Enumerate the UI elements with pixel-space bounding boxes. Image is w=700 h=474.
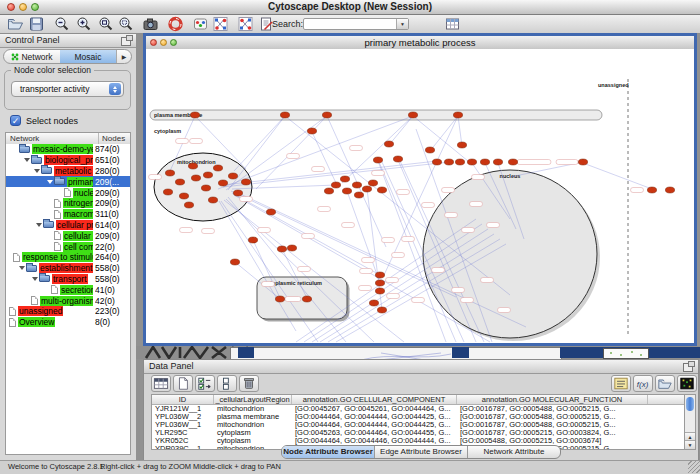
network-canvas[interactable]: plasma membranecytoplasmmitochondrionnuc… bbox=[146, 49, 694, 343]
tree-row-secretion[interactable]: secretion41(0) bbox=[6, 284, 130, 295]
window-close-button[interactable] bbox=[150, 39, 157, 46]
tree-row-cell-communicat[interactable]: cell communicat22(0) bbox=[6, 241, 130, 252]
graph-node[interactable] bbox=[362, 186, 371, 192]
scroll-down-icon[interactable]: ▼ bbox=[685, 440, 695, 449]
window-maximize-button[interactable] bbox=[170, 39, 177, 46]
search-dropdown-arrow-icon[interactable] bbox=[396, 19, 408, 29]
import-attributes-button[interactable] bbox=[655, 375, 675, 392]
graph-node[interactable] bbox=[201, 185, 210, 191]
tree-row-primary-metabo[interactable]: primary metabo209(... bbox=[6, 176, 130, 187]
tree-row-establishment-of-lo[interactable]: establishment of lo558(0) bbox=[6, 263, 130, 274]
expand-collapse-arrow-icon[interactable] bbox=[22, 158, 31, 162]
table-row[interactable]: YKR052Ccytoplasm[GO:0044464, GO:0044446,… bbox=[152, 437, 686, 445]
graph-node[interactable] bbox=[647, 187, 656, 193]
graph-node[interactable] bbox=[432, 159, 441, 165]
graph-node[interactable] bbox=[408, 112, 417, 118]
graph-node[interactable] bbox=[368, 180, 377, 186]
tree-row-overview[interactable]: Overview8(0) bbox=[6, 317, 130, 328]
import-table-button[interactable] bbox=[444, 16, 461, 32]
snapshot-camera-button[interactable] bbox=[142, 16, 159, 32]
expand-collapse-arrow-icon[interactable] bbox=[32, 169, 41, 173]
graph-node[interactable] bbox=[248, 237, 257, 243]
graph-node[interactable] bbox=[467, 159, 476, 165]
float-panel-icon[interactable] bbox=[683, 363, 693, 372]
graph-node[interactable] bbox=[455, 159, 464, 165]
expand-collapse-arrow-icon[interactable] bbox=[30, 277, 39, 281]
tree-row-nucleobase-[interactable]: nucleobase-209(0) bbox=[6, 187, 130, 198]
float-panel-icon[interactable] bbox=[121, 37, 131, 46]
graph-node[interactable] bbox=[266, 209, 275, 215]
tab-edge-attribute-browser[interactable]: Edge Attribute Browser bbox=[375, 446, 468, 458]
tree-row-transport[interactable]: transport558(0) bbox=[6, 274, 130, 285]
graph-node[interactable] bbox=[188, 163, 197, 169]
graph-node[interactable] bbox=[307, 128, 316, 134]
node-color-dropdown[interactable]: transporter activity bbox=[11, 81, 124, 97]
tree-row-unassigned[interactable]: unassigned223(0) bbox=[6, 306, 130, 317]
graph-node[interactable] bbox=[508, 159, 517, 165]
tree-row-cellular-metabol[interactable]: cellular metabol209(0) bbox=[6, 230, 130, 241]
tree-row-nitrogen-compo[interactable]: nitrogen compo209(0) bbox=[6, 198, 130, 209]
graph-node[interactable] bbox=[480, 159, 489, 165]
graph-node[interactable] bbox=[218, 180, 227, 186]
graph-node[interactable] bbox=[375, 288, 384, 294]
network-window-titlebar[interactable]: primary metabolic process bbox=[146, 36, 694, 50]
tree-row-biological-process[interactable]: biological_process651(0) bbox=[6, 155, 130, 166]
layout-nodes-a-button[interactable] bbox=[212, 16, 229, 32]
graph-node[interactable] bbox=[493, 159, 502, 165]
graph-node[interactable] bbox=[444, 159, 453, 165]
table-row[interactable]: YPL036W__2plasma membrane[GO:0044464, GO… bbox=[152, 413, 686, 421]
delete-attribute-button[interactable] bbox=[239, 375, 259, 392]
tree-row-cellular-process[interactable]: cellular process614(0) bbox=[6, 220, 130, 231]
help-lifesaver-button[interactable] bbox=[167, 16, 184, 32]
tree-row-metabolic-process[interactable]: metabolic process280(0) bbox=[6, 166, 130, 177]
graph-node[interactable] bbox=[228, 173, 237, 179]
background-window[interactable] bbox=[230, 347, 562, 359]
graph-node[interactable] bbox=[324, 188, 333, 194]
attribute-list-button[interactable] bbox=[611, 375, 631, 392]
graph-node[interactable] bbox=[184, 202, 193, 208]
function-builder-button[interactable]: f(x) bbox=[633, 375, 653, 392]
column-header-id[interactable]: ID bbox=[152, 395, 214, 404]
graph-node[interactable] bbox=[233, 190, 242, 196]
graph-node[interactable] bbox=[165, 170, 174, 176]
create-attribute-button[interactable] bbox=[173, 375, 193, 392]
graph-node[interactable] bbox=[375, 272, 384, 278]
expand-collapse-arrow-icon[interactable] bbox=[34, 223, 43, 227]
graph-node[interactable] bbox=[203, 172, 212, 178]
graph-node[interactable] bbox=[190, 112, 199, 118]
graph-node[interactable] bbox=[213, 165, 222, 171]
graph-node[interactable] bbox=[230, 259, 239, 265]
tree-row-response-to-stimulu[interactable]: response to stimulu264(0) bbox=[6, 252, 130, 263]
graph-node[interactable] bbox=[277, 246, 286, 252]
select-attributes-button[interactable] bbox=[195, 375, 215, 392]
column-header-cellular-layout-region[interactable]: _cellularLayoutRegion bbox=[214, 395, 292, 404]
graph-node[interactable] bbox=[280, 112, 289, 118]
tab-network-attribute-browser[interactable]: Network Attribute Browser bbox=[468, 446, 560, 458]
graph-node[interactable] bbox=[578, 159, 587, 165]
table-row[interactable]: YJR121W__1mitochondrion[GO:0045267, GO:0… bbox=[152, 405, 686, 413]
graph-node[interactable] bbox=[191, 175, 200, 181]
search-input[interactable] bbox=[303, 18, 409, 30]
graph-node[interactable] bbox=[377, 307, 386, 313]
tab-mosaic[interactable]: Mosaic bbox=[60, 50, 116, 63]
column-format-button[interactable] bbox=[151, 375, 171, 392]
zoom-out-button[interactable] bbox=[53, 16, 70, 32]
dropdown-stepper-icon[interactable] bbox=[109, 83, 121, 95]
graph-node[interactable] bbox=[287, 245, 296, 251]
select-nodes-checkbox[interactable]: ✓ bbox=[10, 115, 21, 126]
tab-network[interactable]: Network bbox=[4, 50, 60, 63]
graph-node[interactable] bbox=[241, 179, 250, 185]
graph-node[interactable] bbox=[375, 280, 384, 286]
graph-node[interactable] bbox=[340, 176, 349, 182]
graph-node[interactable] bbox=[369, 300, 378, 306]
zoom-in-button[interactable] bbox=[75, 16, 92, 32]
tab-node-attribute-browser[interactable]: Node Attribute Browser bbox=[282, 446, 375, 458]
expand-collapse-arrow-icon[interactable] bbox=[17, 266, 26, 270]
tree-row-mosaic-demo-yeast[interactable]: mosaic-demo-yeast874(0) bbox=[6, 144, 130, 155]
graph-node[interactable] bbox=[354, 192, 363, 198]
graph-node[interactable] bbox=[425, 147, 434, 153]
table-row[interactable]: YPL036W__1mitochondrion[GO:0044464, GO:0… bbox=[152, 421, 686, 429]
graph-node[interactable] bbox=[175, 179, 184, 185]
graph-node[interactable] bbox=[373, 157, 382, 163]
table-row[interactable]: YLR295Ccytoplasm[GO:0045263, GO:0044464,… bbox=[152, 429, 686, 437]
